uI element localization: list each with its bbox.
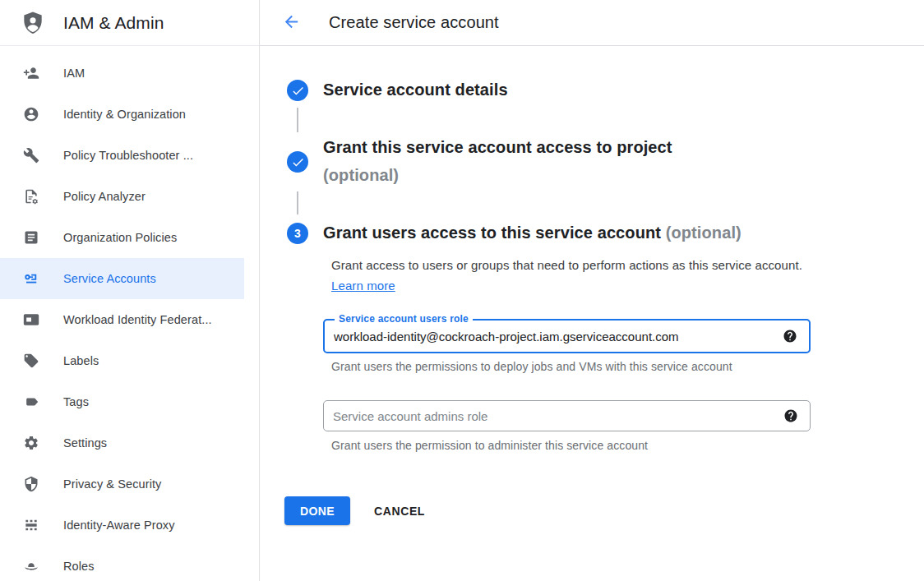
sidebar-item-label: Service Accounts [63,272,156,285]
admins-role-helper-text: Grant users the permission to administer… [331,439,648,452]
step-check-icon [287,151,308,173]
sidebar-item-label: Tags [63,395,89,408]
admins-role-field [323,400,811,431]
sidebar-item-label: Policy Troubleshooter ... [63,149,193,162]
admins-role-help-button[interactable] [783,408,798,423]
step-connector [297,108,298,132]
sidebar-item-tags[interactable]: Tags [0,381,244,422]
sidebar-item-label: Labels [63,354,99,367]
sidebar-item-organization-policies[interactable]: Organization Policies [0,217,244,258]
iam-shield-icon [20,8,46,38]
top-bar: IAM & Admin Create service account [0,0,924,46]
users-role-field: Service account users role [323,319,811,353]
sidebar-item-label: IAM [63,67,85,80]
person-add-icon [23,65,39,81]
step-optional-label: (optional) [666,224,742,242]
label-tag-icon [23,353,39,369]
product-name: IAM & Admin [63,13,164,33]
product-brand: IAM & Admin [0,0,260,46]
form-actions: DONE CANCEL [284,496,425,525]
sidebar-item-labels[interactable]: Labels [0,340,244,381]
sidebar-item-identity-organization[interactable]: Identity & Organization [0,94,244,135]
sidebar-item-label: Identity-Aware Proxy [63,519,175,532]
step-connector [297,191,298,214]
back-button[interactable] [281,13,301,33]
page-title: Create service account [329,13,499,32]
sidebar-item-label: Settings [63,436,107,450]
description-text: Grant access to users or groups that nee… [331,258,802,272]
users-role-helper-text: Grant users the permissions to deploy jo… [331,360,732,373]
sidebar-item-iam[interactable]: IAM [0,53,244,94]
step3-description: Grant access to users or groups that nee… [331,255,812,296]
sidebar-item-label: Policy Analyzer [63,190,146,203]
sidebar-item-roles[interactable]: Roles [0,546,244,581]
shield-half-icon [23,476,39,492]
cancel-button[interactable]: CANCEL [374,505,425,518]
sidebar-item-policy-analyzer[interactable]: Policy Analyzer [0,176,244,217]
sidebar-item-label: Workload Identity Federat... [63,313,212,326]
tag-arrow-icon [23,394,39,410]
users-role-label: Service account users role [335,313,473,325]
document-lines-icon [23,229,39,246]
sidebar-item-label: Roles [63,560,95,573]
done-button[interactable]: DONE [284,496,350,525]
admins-role-input[interactable] [324,401,810,431]
service-account-key-icon [23,270,39,287]
sidebar-item-policy-troubleshooter[interactable]: Policy Troubleshooter ... [0,135,244,176]
sidebar-item-identity-aware-proxy[interactable]: Identity-Aware Proxy [0,505,244,546]
step-title: Grant users access to this service accou… [323,220,816,246]
sidebar-item-settings[interactable]: Settings [0,422,244,463]
sidebar-item-privacy-security[interactable]: Privacy & Security [0,463,244,505]
arrow-back-icon [282,12,301,34]
help-icon [783,408,798,423]
id-card-icon [23,311,39,328]
help-icon [783,329,797,344]
proxy-icon [23,517,39,533]
sidebar-item-service-accounts[interactable]: Service Accounts [0,258,244,299]
wrench-icon [23,147,39,164]
sidebar-item-workload-identity-federat[interactable]: Workload Identity Federat... [0,299,244,340]
create-service-account-panel: Service account details Grant this servi… [260,46,924,581]
sidebar-item-label: Identity & Organization [63,108,186,121]
sidebar-item-label: Privacy & Security [63,477,161,491]
step-optional-label: (optional) [323,161,816,189]
users-role-input[interactable] [325,320,809,352]
step-title: Service account details [323,77,816,103]
gear-icon [23,435,39,451]
policy-analyzer-icon [23,188,39,205]
step-title: Grant this service account access to pro… [323,133,816,189]
sidebar-item-label: Organization Policies [63,231,177,244]
users-role-help-button[interactable] [783,329,797,344]
account-circle-icon [23,106,39,122]
page-header: Create service account [260,0,924,46]
learn-more-link[interactable]: Learn more [331,279,395,293]
step-check-icon [287,80,308,101]
step-number-badge: 3 [287,223,308,244]
hat-icon [23,558,39,574]
sidebar-nav: IAM Identity & Organization Policy Troub… [0,46,259,581]
